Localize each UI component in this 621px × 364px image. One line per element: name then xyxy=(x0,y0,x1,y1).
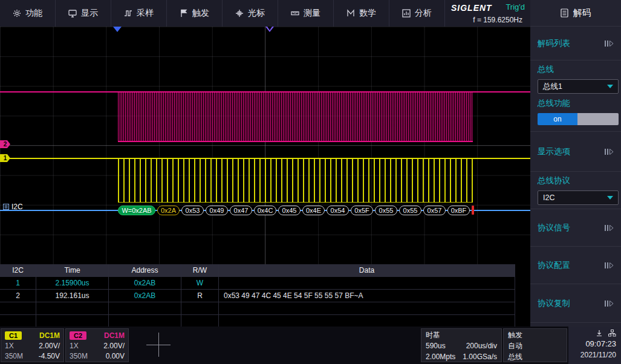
channel2-probe: 1X xyxy=(70,342,79,350)
gear-icon xyxy=(13,9,21,18)
bus-protocol-label: 总线协议 xyxy=(538,175,616,186)
table-cell-rw[interactable]: W xyxy=(181,277,219,290)
table-cell-address[interactable]: 0x2AB xyxy=(109,290,181,302)
decode-menu-title-text: 解码 xyxy=(573,7,591,19)
sidebar-item-label: 协议配置 xyxy=(538,260,570,271)
bus-select-dropdown[interactable]: 总线1 xyxy=(538,79,619,94)
decode-frame-byte: 0x45 xyxy=(278,206,301,215)
sample-wave-icon xyxy=(124,9,132,18)
table-cell-index[interactable]: 1 xyxy=(0,277,36,290)
menu-item-utility[interactable]: 功能 xyxy=(0,0,56,27)
menu-item-measure[interactable]: 测量 xyxy=(278,0,334,27)
expand-icon xyxy=(604,262,614,269)
lan-icon xyxy=(608,330,616,337)
menu-item-label: 分析 xyxy=(415,8,432,19)
bus-function-label: 总线功能 xyxy=(538,98,616,109)
trigger-position-marker[interactable] xyxy=(113,27,122,32)
sidebar-item-protocol-signal[interactable]: 协议信号 xyxy=(530,209,621,247)
ruler-icon xyxy=(291,9,299,18)
menu-item-analysis[interactable]: 分析 xyxy=(389,0,445,27)
decode-frame-byte: 0x4C xyxy=(254,206,276,215)
sidebar-item-label: 显示选项 xyxy=(538,146,570,157)
menu-item-display[interactable]: 显示 xyxy=(56,0,111,27)
horizontal-reference-marker[interactable] xyxy=(265,27,274,32)
table-empty-cell xyxy=(0,315,36,328)
clock-time: 09:07:23 xyxy=(573,338,616,350)
channel2-coupling: DC1M xyxy=(104,331,125,340)
system-icons xyxy=(573,328,616,338)
table-empty-cell xyxy=(181,302,219,315)
flag-icon xyxy=(180,9,188,18)
decode-frame-byte: 0x53 xyxy=(181,206,204,215)
channel1-offset-marker[interactable]: 1 xyxy=(0,154,10,162)
table-cell-index[interactable]: 2 xyxy=(0,290,36,302)
timebase-memory: 2.00Mpts xyxy=(426,353,455,361)
decode-frame-byte: 0x4E xyxy=(302,206,325,215)
menu-item-label: 功能 xyxy=(25,8,42,19)
sidebar-item-display-options[interactable]: 显示选项 xyxy=(530,132,621,172)
decode-frame-byte: 0x57 xyxy=(423,206,446,215)
table-cell-time[interactable]: 192.161us xyxy=(36,290,109,302)
expand-icon xyxy=(604,40,614,47)
menu-item-trigger[interactable]: 触发 xyxy=(167,0,223,27)
table-cell-time[interactable]: 2.15900us xyxy=(36,277,109,290)
usb-icon xyxy=(596,330,603,337)
table-empty-cell xyxy=(36,302,109,315)
table-cell-data[interactable] xyxy=(219,277,515,290)
menu-item-math[interactable]: 数学 xyxy=(334,0,389,27)
channel2-offset-marker[interactable]: 2 xyxy=(0,140,10,148)
table-cell-address[interactable]: 0x2AB xyxy=(109,277,181,290)
sidebar-item-protocol-copy[interactable]: 协议复制 xyxy=(530,284,621,323)
decode-menu-panel: 解码 解码列表 总线 总线1 总线功能 on 显示选项 总线协议 xyxy=(530,0,621,327)
channel2-bandwidth: 350M xyxy=(70,352,88,360)
trigger-descriptor[interactable]: 触发 自动 总线 xyxy=(503,328,567,362)
decode-frame-byte: 0x54 xyxy=(327,206,349,215)
top-menu-bar: 功能 显示 采样 触发 光标 测量 数学 分析 xyxy=(0,0,530,27)
system-clock-panel[interactable]: 09:07:23 2021/11/20 xyxy=(568,327,621,364)
timebase-delay: 590us xyxy=(426,342,446,350)
waveform-graticule[interactable]: 2 1 I2C W=0x2AB 0x2A 0x53 0x49 0x47 0x4C… xyxy=(0,27,530,264)
menu-item-acquire[interactable]: 采样 xyxy=(111,0,167,27)
oscilloscope-screen: 功能 显示 采样 触发 光标 测量 数学 分析 xyxy=(0,0,621,364)
decode-table-grid: I2C Time Address R/W Data 1 2.15900us 0x… xyxy=(0,264,515,328)
channel1-badge: C1 xyxy=(5,331,22,340)
channel2-descriptor[interactable]: C2 DC1M 1X 2.00V/ 350M 0.00V xyxy=(65,328,129,362)
decode-frame-address: 0x2A xyxy=(157,206,180,215)
table-cell-rw[interactable]: R xyxy=(181,290,219,302)
decode-frame-byte: 0x55 xyxy=(375,206,397,215)
column-header-address: Address xyxy=(109,264,181,277)
trigger-mode: 自动 xyxy=(508,341,522,351)
graticule-center-hline xyxy=(0,145,530,146)
decode-frame-byte: 0x5F xyxy=(351,206,373,215)
menu-item-label: 光标 xyxy=(248,8,265,19)
clock-date: 2021/11/20 xyxy=(573,350,616,360)
bus-function-toggle[interactable]: on xyxy=(538,113,619,125)
bus-protocol-dropdown[interactable]: I2C xyxy=(538,190,619,205)
table-cell-data[interactable]: 0x53 49 47 4C 45 4E 54 5F 55 55 57 BF~A xyxy=(219,290,515,302)
menu-item-label: 数学 xyxy=(359,8,376,19)
table-empty-cell xyxy=(219,315,515,328)
crosshair-icon xyxy=(146,333,171,357)
decode-list-table: I2C Time Address R/W Data 1 2.15900us 0x… xyxy=(0,264,530,327)
menu-item-cursors[interactable]: 光标 xyxy=(223,0,278,27)
channel1-descriptor[interactable]: C1 DC1M 1X 2.00V/ 350M -4.50V xyxy=(1,328,64,362)
channel2-badge: C2 xyxy=(70,331,86,340)
channel1-data-burst xyxy=(118,159,473,203)
chevron-down-icon xyxy=(607,196,613,200)
sidebar-item-protocol-config[interactable]: 协议配置 xyxy=(530,247,621,284)
channel1-bandwidth: 350M xyxy=(5,352,23,360)
channel1-probe: 1X xyxy=(5,342,14,350)
sidebar-item-label: 协议复制 xyxy=(538,298,570,309)
table-empty-cell xyxy=(219,302,515,315)
table-empty-cell xyxy=(181,315,219,328)
chevron-down-icon xyxy=(607,85,613,88)
bus-select-value: 总线1 xyxy=(543,82,562,92)
sidebar-item-label: 解码列表 xyxy=(538,38,570,49)
sidebar-item-decode-list[interactable]: 解码列表 xyxy=(530,27,621,60)
timebase-descriptor[interactable]: 时基 590us 200us/div 2.00Mpts 1.00GSa/s xyxy=(421,328,502,362)
decode-icon xyxy=(561,8,568,18)
decode-bus-label: I2C xyxy=(3,203,23,211)
column-header-rw: R/W xyxy=(181,264,219,277)
decode-frame-address-write: W=0x2AB xyxy=(118,206,155,215)
channel2-scale: 2.00V/ xyxy=(103,342,125,350)
